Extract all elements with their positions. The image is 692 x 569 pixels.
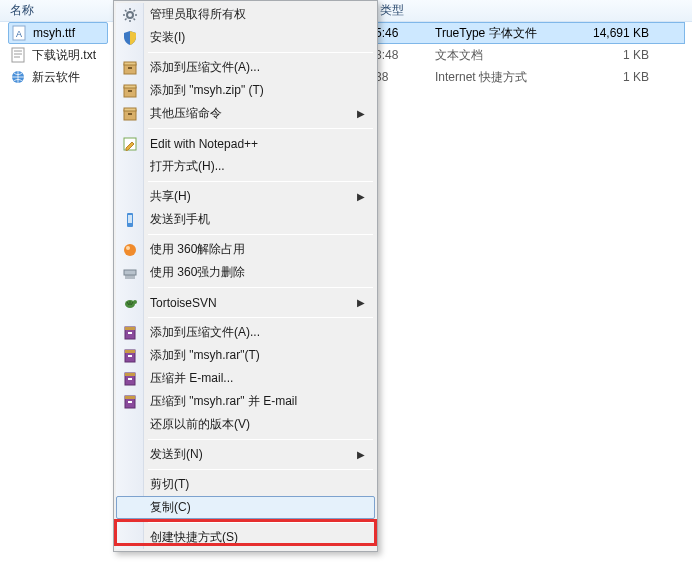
- menu-item[interactable]: 共享(H)▶: [116, 185, 375, 208]
- svg-rect-12: [124, 85, 136, 88]
- svg-rect-2: [12, 48, 24, 62]
- header-type[interactable]: 类型: [380, 2, 480, 19]
- menu-item[interactable]: 压缩并 E-mail...: [116, 367, 375, 390]
- svg-rect-19: [128, 215, 132, 223]
- menu-item[interactable]: 压缩到 "msyh.rar" 并 E-mail: [116, 390, 375, 413]
- file-type: TrueType 字体文件: [425, 25, 575, 42]
- menu-item[interactable]: 添加到压缩文件(A)...: [116, 56, 375, 79]
- svg-rect-16: [128, 113, 132, 115]
- file-date: 3:48: [375, 48, 425, 62]
- svg-point-20: [124, 244, 136, 256]
- menu-separator: [148, 287, 373, 288]
- file-name: 新云软件: [32, 69, 80, 86]
- menu-item[interactable]: Edit with Notepad++: [116, 132, 375, 155]
- svg-point-7: [127, 12, 133, 18]
- notepad-icon: [122, 136, 138, 152]
- menu-item-label: 打开方式(H)...: [150, 158, 225, 175]
- gear-icon: [122, 7, 138, 23]
- menu-item[interactable]: 剪切(T): [116, 473, 375, 496]
- menu-item[interactable]: 使用 360强力删除: [116, 261, 375, 284]
- submenu-arrow-icon: ▶: [357, 108, 365, 119]
- menu-item[interactable]: 其他压缩命令▶: [116, 102, 375, 125]
- file-type: Internet 快捷方式: [425, 69, 575, 86]
- svg-rect-29: [125, 350, 135, 353]
- rar-icon: [122, 371, 138, 387]
- rar-icon: [122, 325, 138, 341]
- file-details: 5:46 TrueType 字体文件 14,691 KB 3:48 文本文档 1…: [375, 22, 685, 88]
- rar-icon: [122, 394, 138, 410]
- menu-item[interactable]: 发送到(N)▶: [116, 443, 375, 466]
- archive-icon: [122, 83, 138, 99]
- menu-item[interactable]: 添加到 "msyh.rar"(T): [116, 344, 375, 367]
- menu-item-label: 发送到(N): [150, 446, 203, 463]
- file-name: 下载说明.txt: [32, 47, 96, 64]
- orange-ball-icon: [122, 242, 138, 258]
- menu-separator: [148, 181, 373, 182]
- file-size: 1 KB: [575, 70, 665, 84]
- svg-rect-26: [125, 327, 135, 330]
- menu-item[interactable]: 创建快捷方式(S): [116, 526, 375, 549]
- submenu-arrow-icon: ▶: [357, 191, 365, 202]
- menu-item-label: 压缩到 "msyh.rar" 并 E-mail: [150, 393, 297, 410]
- menu-item-label: 压缩并 E-mail...: [150, 370, 233, 387]
- svg-point-21: [126, 246, 130, 250]
- menu-separator: [148, 52, 373, 53]
- url-file-icon: [10, 69, 26, 85]
- menu-item-label: 创建快捷方式(S): [150, 529, 238, 546]
- menu-item-label: 复制(C): [150, 499, 191, 516]
- svg-rect-15: [124, 108, 136, 111]
- svg-rect-27: [128, 332, 132, 334]
- menu-item-label: 共享(H): [150, 188, 191, 205]
- svg-rect-30: [128, 355, 132, 357]
- menu-item[interactable]: 复制(C): [116, 496, 375, 519]
- menu-item-label: TortoiseSVN: [150, 296, 217, 310]
- menu-item-label: 添加到 "msyh.rar"(T): [150, 347, 260, 364]
- svg-rect-32: [125, 373, 135, 376]
- svg-text:A: A: [16, 29, 22, 39]
- menu-separator: [148, 522, 373, 523]
- file-row-selected[interactable]: A msyh.ttf: [8, 22, 108, 44]
- menu-item-label: 剪切(T): [150, 476, 189, 493]
- menu-item-label: 管理员取得所有权: [150, 6, 246, 23]
- menu-item[interactable]: 使用 360解除占用: [116, 238, 375, 261]
- rar-icon: [122, 348, 138, 364]
- menu-item-label: 发送到手机: [150, 211, 210, 228]
- svg-rect-35: [125, 396, 135, 399]
- txt-file-icon: [10, 47, 26, 63]
- menu-item[interactable]: 管理员取得所有权: [116, 3, 375, 26]
- tortoise-icon: [122, 295, 138, 311]
- detail-row[interactable]: 5:46 TrueType 字体文件 14,691 KB: [375, 22, 685, 44]
- detail-row[interactable]: 38 Internet 快捷方式 1 KB: [375, 66, 685, 88]
- shredder-icon: [122, 265, 138, 281]
- menu-item-label: 使用 360强力删除: [150, 264, 245, 281]
- menu-item-label: Edit with Notepad++: [150, 137, 258, 151]
- svg-rect-9: [124, 62, 136, 65]
- phone-icon: [122, 212, 138, 228]
- context-menu: 管理员取得所有权安装(I)添加到压缩文件(A)...添加到 "msyh.zip"…: [113, 0, 378, 552]
- font-file-icon: A: [11, 25, 27, 41]
- menu-item[interactable]: 添加到压缩文件(A)...: [116, 321, 375, 344]
- menu-item[interactable]: 还原以前的版本(V): [116, 413, 375, 436]
- menu-item-label: 使用 360解除占用: [150, 241, 245, 258]
- menu-separator: [148, 469, 373, 470]
- file-name: msyh.ttf: [33, 26, 75, 40]
- menu-item-label: 安装(I): [150, 29, 185, 46]
- menu-item[interactable]: TortoiseSVN▶: [116, 291, 375, 314]
- svg-rect-13: [128, 90, 132, 92]
- file-size: 1 KB: [575, 48, 665, 62]
- file-date: 38: [375, 70, 425, 84]
- menu-item[interactable]: 发送到手机: [116, 208, 375, 231]
- menu-item-label: 添加到压缩文件(A)...: [150, 324, 260, 341]
- menu-item[interactable]: 打开方式(H)...: [116, 155, 375, 178]
- detail-row[interactable]: 3:48 文本文档 1 KB: [375, 44, 685, 66]
- menu-item-label: 添加到 "msyh.zip" (T): [150, 82, 264, 99]
- menu-separator: [148, 317, 373, 318]
- menu-separator: [148, 128, 373, 129]
- menu-separator: [148, 439, 373, 440]
- menu-item-label: 还原以前的版本(V): [150, 416, 250, 433]
- submenu-arrow-icon: ▶: [357, 449, 365, 460]
- menu-item-label: 添加到压缩文件(A)...: [150, 59, 260, 76]
- archive-icon: [122, 106, 138, 122]
- menu-item[interactable]: 安装(I): [116, 26, 375, 49]
- menu-item[interactable]: 添加到 "msyh.zip" (T): [116, 79, 375, 102]
